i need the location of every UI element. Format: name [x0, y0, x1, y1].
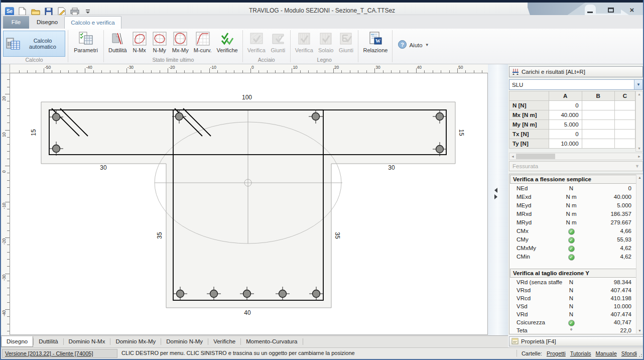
n-my-button[interactable]: N-My — [150, 30, 169, 55]
check-ok-icon: ✓ — [568, 246, 575, 252]
table-row: Ty [N] 10.000 — [509, 139, 635, 149]
section-drawing-canvas[interactable]: 100 15 15 30 30 35 35 40 — [10, 73, 488, 335]
taglio-section-header: Verifica al taglio direzione Y — [510, 269, 643, 278]
duttilita-button[interactable]: Duttilità — [106, 30, 129, 55]
dim-web-height-right: 35 — [334, 232, 341, 239]
col-header-c: C — [614, 91, 635, 101]
cell-n-a[interactable]: 0 — [549, 101, 582, 110]
dim-overhang-left: 30 — [100, 164, 107, 171]
result-row: CMin✓4,62 — [509, 253, 643, 261]
collapse-left-icon[interactable] — [494, 188, 497, 193]
calcolo-automatico-button[interactable]: Calcolo automatico — [3, 31, 65, 57]
tab-file[interactable]: File — [3, 16, 29, 29]
table-vertical-scrollbar[interactable]: ▲▼ — [635, 91, 643, 152]
minimize-button[interactable] — [586, 7, 594, 14]
status-message: CLIC DESTRO per menu. CLIC SINISTRO e tr… — [121, 350, 355, 356]
t-section-drawing: 100 15 15 30 30 35 35 40 — [10, 73, 488, 335]
view-tab-bar: Disegno Duttilità Dominio N-Mx Dominio M… — [1, 335, 508, 347]
view-tab-dominio-mx-my[interactable]: Dominio Mx-My — [110, 336, 161, 347]
status-bar: Versione [2013.22] - Cliente [74005] CLI… — [1, 347, 644, 359]
verifiche-button[interactable]: Verifiche — [215, 30, 240, 55]
panel-splitter[interactable] — [488, 64, 508, 335]
view-tab-momento-curvatura[interactable]: Momento-Curvatura — [241, 336, 302, 347]
cell-tx-a[interactable]: 0 — [549, 130, 582, 139]
scroll-left-icon[interactable]: ◄ — [511, 155, 514, 158]
collapse-right-icon[interactable] — [494, 194, 497, 199]
result-row: VRdN407.474 — [509, 310, 643, 318]
ribbon-group-aiuto: ? Aiuto ▼ — [393, 29, 434, 64]
link-progetti[interactable]: Progetti — [547, 350, 566, 356]
chevron-down-icon: ▼ — [425, 43, 429, 47]
group-label-acciaio: Acciaio — [245, 57, 288, 64]
result-row: VRsdN407.474 — [509, 286, 643, 294]
maximize-button[interactable] — [607, 7, 615, 14]
window-controls: × — [586, 7, 636, 14]
n-mx-button[interactable]: N-Mx — [130, 30, 149, 55]
loads-icon — [512, 68, 519, 76]
view-tab-verifiche[interactable]: Verifiche — [208, 336, 240, 347]
wood-check-icon — [297, 31, 312, 46]
loads-results-header[interactable]: Carichi e risultati [ALt+R] — [509, 66, 643, 77]
properties-icon — [511, 337, 519, 345]
results-panel: Carichi e risultati [ALt+R] SLU ▼ A B C … — [508, 64, 644, 335]
tab-calcolo-e-verifica[interactable]: Calcolo e verifica — [64, 16, 121, 29]
dim-flange-width: 100 — [242, 94, 252, 101]
results-vertical-scrollbar[interactable]: ▲▼ — [636, 175, 643, 333]
cell-my-a[interactable]: 5.000 — [549, 120, 582, 130]
calculator-icon — [6, 36, 20, 51]
version-link[interactable]: Versione [2013.22] - Cliente [74005] — [2, 349, 117, 358]
link-manuale[interactable]: Manuale — [596, 350, 617, 356]
aiuto-button[interactable]: ? Aiuto ▼ — [395, 39, 432, 51]
combination-select[interactable]: SLU ▼ — [509, 79, 643, 90]
view-tab-duttilita[interactable]: Duttilità — [34, 336, 63, 347]
calcolo-automatico-label: Calcolo automatico — [23, 38, 62, 50]
acciaio-verifica-button: Verifica — [245, 30, 268, 55]
table-horizontal-scrollbar[interactable]: ◄ ► — [509, 153, 643, 160]
cartelle-label: Cartelle: — [522, 350, 542, 356]
parametri-button[interactable]: Parametri — [72, 30, 100, 55]
cell-mx-a[interactable]: 40.000 — [549, 110, 582, 120]
steel-check-icon — [249, 31, 264, 46]
view-tab-dominio-n-my[interactable]: Dominio N-My — [161, 336, 208, 347]
ribbon-group-acciaio: Verifica Giunti Acciaio — [243, 29, 290, 64]
resize-grip[interactable] — [638, 352, 644, 358]
view-tab-disegno[interactable]: Disegno — [1, 336, 33, 347]
link-sfondi[interactable]: Sfondi — [621, 350, 637, 356]
loads-table[interactable]: A B C N [N] 0 Mx [N m] 40.000 My [N m] 5… — [509, 91, 635, 149]
dim-flange-height-left: 15 — [30, 129, 37, 136]
result-row: MRydN m279.667 — [509, 218, 643, 227]
close-button[interactable]: × — [628, 7, 636, 14]
horizontal-ruler: -50-40-30-20-1001020304050 — [10, 64, 488, 73]
cell-ty-a[interactable]: 10.000 — [549, 139, 582, 149]
ribbon-group-relazione: W Relazione — [359, 29, 392, 64]
app-logo-icon[interactable]: Se — [5, 7, 14, 16]
combo-dropdown-button[interactable]: ▼ — [634, 80, 642, 89]
scroll-right-icon[interactable]: ► — [637, 155, 641, 158]
verification-results: Verifica a flessione semplice NEdN0 MExd… — [509, 174, 644, 334]
double-check-icon — [220, 31, 235, 46]
scrollbar-thumb[interactable] — [516, 154, 555, 159]
report-word-icon: W — [368, 31, 383, 46]
table-row: My [N m] 5.000 — [509, 120, 635, 130]
properties-button[interactable]: Proprietà [F4] — [509, 336, 644, 346]
view-tab-dominio-n-mx[interactable]: Dominio N-Mx — [64, 336, 110, 347]
vertical-ruler: 20100-10-20-30-40 — [1, 73, 10, 335]
col-header-a: A — [549, 91, 582, 101]
col-header-b: B — [582, 91, 614, 101]
result-row: CMxMy✓4,62 — [509, 244, 643, 253]
ruler-corner — [1, 64, 10, 73]
tab-disegno[interactable]: Disegno — [30, 16, 64, 29]
domain-n-mx-icon — [132, 31, 147, 46]
m-curv-button[interactable]: M-curv. — [192, 30, 214, 55]
relazione-button[interactable]: W Relazione — [361, 30, 390, 55]
result-row: VRd (senza staffeN98.344 — [509, 278, 643, 286]
flessione-section-header: Verifica a flessione semplice — [510, 175, 643, 184]
steel-joint-icon — [271, 31, 286, 46]
svg-text:?: ? — [401, 42, 405, 48]
result-row: Teta°22,0 — [509, 326, 643, 334]
table-row: Tx [N] 0 — [509, 130, 635, 139]
ductility-icon — [110, 31, 125, 46]
mx-my-button[interactable]: Mx-My — [170, 30, 191, 55]
check-ok-icon: ✓ — [568, 254, 575, 261]
link-tutorials[interactable]: Tutorials — [570, 350, 591, 356]
